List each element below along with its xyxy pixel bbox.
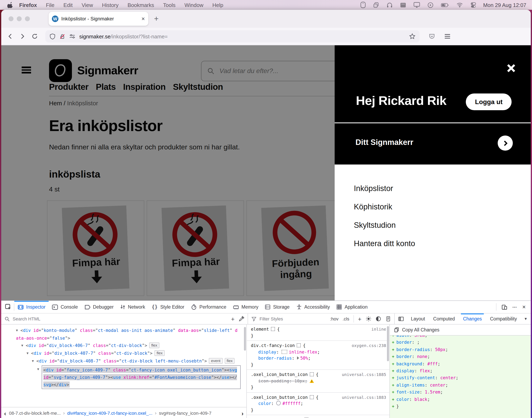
menubar-clock[interactable]: Mon 29 Aug 12:07 bbox=[483, 2, 526, 8]
panel-link-inköpslistor[interactable]: Inköpslistor bbox=[354, 184, 415, 193]
logout-button[interactable]: Logga ut bbox=[466, 93, 512, 110]
headphones-icon[interactable] bbox=[387, 2, 393, 8]
highlight-selector-icon[interactable] bbox=[310, 372, 314, 376]
markup-node[interactable]: ▼<div id="konto-module" class="ct-modal … bbox=[1, 326, 246, 342]
css-declaration[interactable]: border-radius: 50%; bbox=[251, 355, 386, 361]
sidebar-toggle-icon[interactable] bbox=[398, 316, 404, 322]
panel-section-label[interactable]: Ditt Signmakerr bbox=[355, 138, 413, 147]
dark-scheme-icon[interactable] bbox=[375, 316, 381, 322]
stylesheet-link[interactable]: oxygen.css:238 bbox=[351, 342, 386, 349]
stylesheet-link[interactable]: universal.css:1885 bbox=[342, 372, 386, 378]
bookmark-star-icon[interactable] bbox=[409, 33, 416, 40]
sidebar-tab-computed[interactable]: Computed bbox=[432, 314, 456, 324]
menu-item-history[interactable]: History bbox=[102, 2, 119, 8]
display-icon[interactable] bbox=[414, 2, 420, 8]
css-rule[interactable]: inlineelement{} bbox=[247, 325, 389, 341]
markup-breadcrumb-item[interactable]: 08-7.ct-div-block.left-me... bbox=[9, 411, 61, 416]
battery-icon[interactable] bbox=[441, 3, 449, 7]
devtools-tab-performance[interactable]: Performance bbox=[188, 301, 230, 313]
css-declaration[interactable]: display: inline-flex; bbox=[251, 349, 386, 355]
menu-item-window[interactable]: Window bbox=[184, 2, 204, 8]
breadcrumb-scroll-right-icon[interactable]: › bbox=[239, 410, 246, 417]
menu-item-firefox[interactable]: Firefox bbox=[19, 2, 37, 8]
light-scheme-icon[interactable] bbox=[365, 316, 371, 322]
menu-item-help[interactable]: Help bbox=[212, 2, 224, 8]
highlight-selector-icon[interactable] bbox=[297, 343, 301, 347]
devtools-close-icon[interactable]: ✕ bbox=[522, 304, 526, 310]
devtools-tab-debugger[interactable]: Debugger bbox=[81, 301, 117, 313]
lock-insecure-icon[interactable] bbox=[59, 33, 65, 39]
twisty-icon[interactable]: ▼ bbox=[16, 327, 20, 334]
twisty-icon[interactable]: ▼ bbox=[32, 358, 36, 365]
rules-scrollbar[interactable] bbox=[387, 326, 389, 361]
stylesheet-link[interactable]: universal.css:1883 bbox=[342, 394, 386, 400]
sidebar-tab-changes[interactable]: Changes bbox=[462, 314, 483, 324]
sidebar-tabs-overflow-caret[interactable]: ▼ bbox=[524, 317, 528, 321]
tab-close-icon[interactable]: ✕ bbox=[141, 16, 145, 22]
badge-flex[interactable]: flex bbox=[149, 342, 159, 348]
devtools-tab-style-editor[interactable]: {}Style Editor bbox=[148, 301, 188, 313]
menu-item-bookmarks[interactable]: Bookmarks bbox=[127, 2, 154, 8]
filter-styles-bar[interactable]: Filter Styles :hov .cls + bbox=[248, 314, 395, 324]
responsive-mode-icon[interactable] bbox=[501, 304, 508, 310]
keyboard-icon[interactable] bbox=[400, 2, 406, 8]
sidebar-tab-layout[interactable]: Layout bbox=[410, 314, 426, 324]
badge-flex[interactable]: flex bbox=[155, 350, 165, 356]
twisty-icon[interactable]: ▼ bbox=[26, 350, 31, 357]
highlight-selector-icon[interactable] bbox=[310, 395, 314, 399]
panel-link-köphistorik[interactable]: Köphistorik bbox=[354, 202, 415, 211]
copy-icon[interactable] bbox=[373, 2, 379, 8]
badge-event[interactable]: event bbox=[209, 358, 223, 364]
color-swatch-icon[interactable] bbox=[277, 401, 281, 405]
markup-search-bar[interactable]: Search HTML + bbox=[1, 314, 248, 324]
css-declaration[interactable]: color: #ffffff; bbox=[251, 400, 386, 407]
toggles-icon[interactable] bbox=[471, 2, 477, 8]
markup-scrollbar[interactable] bbox=[244, 327, 246, 351]
css-rule[interactable]: universal.css:1885.oxel_icon_button_icon… bbox=[247, 370, 389, 393]
devtools-tab-console[interactable]: Console bbox=[49, 301, 81, 313]
markup-node[interactable]: ▼<div id="div_block-406-7" class="ct-div… bbox=[1, 342, 246, 349]
chevron-right-icon[interactable] bbox=[498, 136, 513, 151]
url-bar[interactable]: signmaker.se/inkopslistor/?list-name= bbox=[45, 30, 420, 42]
forward-button[interactable] bbox=[19, 33, 26, 40]
css-rule[interactable]: oxygen.css:187*, ::after, ::before{box-s… bbox=[247, 415, 389, 418]
print-media-icon[interactable] bbox=[385, 316, 391, 322]
reload-button[interactable] bbox=[31, 33, 38, 40]
play-icon[interactable] bbox=[428, 2, 434, 8]
pick-element-icon[interactable] bbox=[5, 304, 12, 310]
devtools-menu-icon[interactable]: ⋯ bbox=[512, 304, 517, 310]
markup-node-selected[interactable]: ▼<div id="fancy_icon-409-7" class="ct-fa… bbox=[1, 365, 246, 389]
css-rule[interactable]: oxygen.css:238div.ct-fancy-icon{display:… bbox=[247, 341, 389, 370]
devtools-tab-accessibility[interactable]: Accessibility bbox=[293, 301, 333, 313]
devtools-tab-inspector[interactable]: Inspector bbox=[14, 301, 49, 313]
markup-breadcrumb-item[interactable]: svg#svg-fancy_icon-409-7 bbox=[159, 411, 211, 416]
devtools-tab-network[interactable]: Network bbox=[117, 301, 148, 313]
flex-swatch-icon[interactable] bbox=[281, 350, 287, 354]
twisty-icon[interactable]: ▼ bbox=[21, 342, 26, 349]
back-button[interactable] bbox=[7, 33, 13, 40]
markup-node[interactable]: ▼<div id="div_block-407-7" class="ct-div… bbox=[1, 349, 246, 357]
add-node-icon[interactable]: + bbox=[231, 315, 235, 322]
panel-link-hantera-ditt-konto[interactable]: Hantera ditt konto bbox=[354, 239, 415, 248]
menu-item-tools[interactable]: Tools bbox=[163, 2, 175, 8]
traffic-light-minimize[interactable] bbox=[17, 16, 22, 21]
shield-icon[interactable] bbox=[49, 33, 56, 39]
twisty-icon[interactable]: ▼ bbox=[37, 366, 42, 389]
sidebar-tab-compatibility[interactable]: Compatibility bbox=[489, 314, 518, 324]
expand-value-icon[interactable] bbox=[297, 356, 299, 360]
app-menu-icon[interactable] bbox=[444, 34, 451, 39]
apple-icon[interactable] bbox=[7, 2, 13, 8]
traffic-light-zoom[interactable] bbox=[25, 16, 30, 21]
pseudo-class-toggle[interactable]: :hov bbox=[330, 316, 339, 321]
highlight-selector-icon[interactable] bbox=[271, 327, 275, 331]
eyedropper-icon[interactable] bbox=[239, 316, 244, 322]
panel-link-skyltstudion[interactable]: Skyltstudion bbox=[354, 221, 415, 230]
add-rule-icon[interactable]: + bbox=[358, 315, 362, 322]
stylesheet-link[interactable]: oxygen.css:187 bbox=[351, 417, 386, 418]
markup-node[interactable]: ▼<div id="div_block-408-7" class="ct-div… bbox=[1, 357, 246, 365]
permissions-icon[interactable] bbox=[69, 34, 76, 39]
trackpad-icon[interactable] bbox=[361, 2, 366, 8]
badge-flex[interactable]: flex bbox=[225, 358, 235, 364]
menu-item-edit[interactable]: Edit bbox=[63, 2, 73, 8]
class-toggle[interactable]: .cls bbox=[343, 316, 349, 321]
